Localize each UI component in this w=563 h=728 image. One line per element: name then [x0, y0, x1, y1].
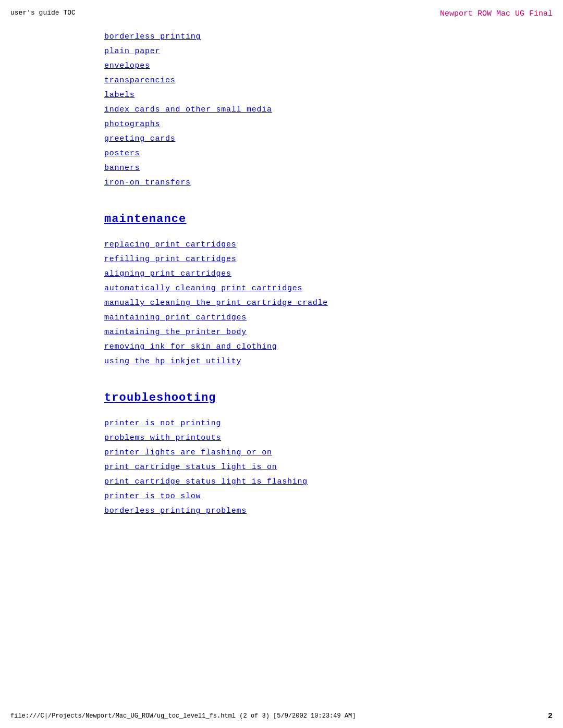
section-troubleshooting: troubleshootingprinter is not printingpr…: [104, 389, 553, 517]
page-number: 2: [548, 710, 553, 723]
top-bar: user's guide TOC Newport ROW Mac UG Fina…: [10, 5, 553, 20]
intro-link-transparencies[interactable]: transparencies: [104, 75, 553, 87]
top-right-label: Newport ROW Mac UG Final: [440, 8, 553, 20]
sections-container: maintenancereplacing print cartridgesref…: [104, 210, 553, 517]
link-print-cartridge-status-light-is-flashing[interactable]: print cartridge status light is flashing: [104, 476, 553, 488]
link-print-cartridge-status-light-is-on[interactable]: print cartridge status light is on: [104, 461, 553, 474]
footer-path: file:///C|/Projects/Newport/Mac_UG_ROW/u…: [10, 711, 356, 721]
link-using-the-hp-inkjet-utility[interactable]: using the hp inkjet utility: [104, 355, 553, 368]
link-manually-cleaning-the-print-cartridge-cradle[interactable]: manually cleaning the print cartridge cr…: [104, 297, 553, 310]
intro-link-photographs[interactable]: photographs: [104, 118, 553, 131]
link-printer-lights-are-flashing-or-on[interactable]: printer lights are flashing or on: [104, 447, 553, 459]
link-removing-ink-for-skin-and-clothing[interactable]: removing ink for skin and clothing: [104, 341, 553, 353]
link-problems-with-printouts[interactable]: problems with printouts: [104, 432, 553, 445]
bottom-bar: file:///C|/Projects/Newport/Mac_UG_ROW/u…: [0, 710, 563, 723]
intro-link-posters[interactable]: posters: [104, 147, 553, 160]
link-refilling-print-cartridges[interactable]: refilling print cartridges: [104, 253, 553, 266]
section-links-maintenance: replacing print cartridgesrefilling prin…: [104, 239, 553, 368]
link-printer-is-not-printing[interactable]: printer is not printing: [104, 417, 553, 430]
intro-link-plain-paper[interactable]: plain paper: [104, 45, 553, 58]
link-replacing-print-cartridges[interactable]: replacing print cartridges: [104, 239, 553, 251]
intro-link-iron-on-transfers[interactable]: iron-on transfers: [104, 177, 553, 189]
link-borderless-printing-problems[interactable]: borderless printing problems: [104, 505, 553, 517]
section-maintenance: maintenancereplacing print cartridgesref…: [104, 210, 553, 368]
intro-link-index-cards-and-other-small-media[interactable]: index cards and other small media: [104, 104, 553, 116]
main-content: borderless printingplain paperenvelopest…: [104, 31, 553, 517]
intro-link-envelopes[interactable]: envelopes: [104, 60, 553, 72]
intro-links: borderless printingplain paperenvelopest…: [104, 31, 553, 189]
link-automatically-cleaning-print-cartridges[interactable]: automatically cleaning print cartridges: [104, 282, 553, 295]
intro-link-labels[interactable]: labels: [104, 89, 553, 102]
link-aligning-print-cartridges[interactable]: aligning print cartridges: [104, 268, 553, 280]
link-printer-is-too-slow[interactable]: printer is too slow: [104, 490, 553, 503]
section-heading-maintenance[interactable]: maintenance: [104, 213, 186, 226]
link-maintaining-print-cartridges[interactable]: maintaining print cartridges: [104, 312, 553, 324]
link-maintaining-the-printer-body[interactable]: maintaining the printer body: [104, 326, 553, 339]
top-left-label: user's guide TOC: [10, 8, 76, 19]
section-links-troubleshooting: printer is not printingproblems with pri…: [104, 417, 553, 517]
intro-link-borderless-printing[interactable]: borderless printing: [104, 31, 553, 43]
section-heading-troubleshooting[interactable]: troubleshooting: [104, 391, 216, 404]
intro-link-greeting-cards[interactable]: greeting cards: [104, 133, 553, 145]
intro-link-banners[interactable]: banners: [104, 162, 553, 175]
